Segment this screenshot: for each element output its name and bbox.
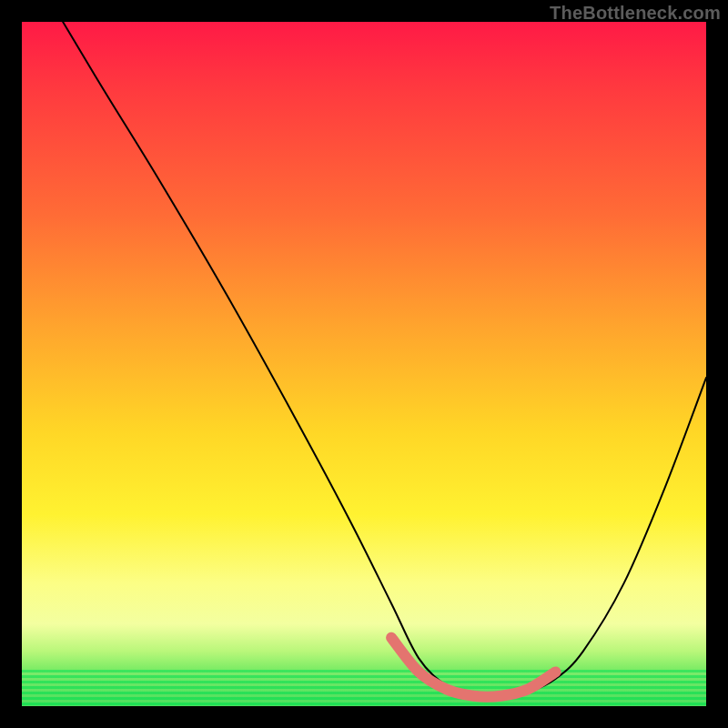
chart-frame: TheBottleneck.com: [0, 0, 728, 728]
optimal-trough-highlight: [391, 638, 555, 697]
watermark-text: TheBottleneck.com: [550, 3, 721, 24]
bottleneck-curve-svg: [22, 22, 706, 706]
bottleneck-curve-line: [63, 22, 706, 701]
